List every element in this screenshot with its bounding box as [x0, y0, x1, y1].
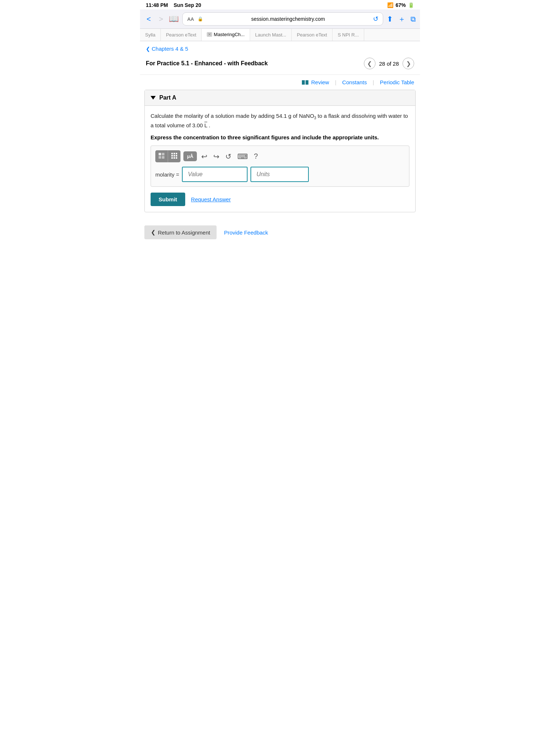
svg-rect-6 — [176, 153, 177, 154]
breadcrumb-label: Chapters 4 & 5 — [152, 46, 188, 52]
answer-box: μÅ ↩ ↪ ↺ ⌨ ? molarity = — [151, 146, 409, 187]
constants-link[interactable]: Constants — [342, 79, 367, 85]
battery-icon: 🔋 — [408, 2, 414, 8]
periodic-table-link[interactable]: Periodic Table — [380, 79, 414, 85]
svg-rect-11 — [174, 157, 175, 159]
value-input[interactable] — [182, 167, 248, 182]
svg-rect-5 — [174, 153, 175, 154]
tab-label: Launch Mast... — [255, 32, 286, 38]
review-icon — [302, 80, 308, 85]
redo-button[interactable]: ↪ — [212, 151, 221, 162]
tab-sylla[interactable]: Sylla — [140, 29, 161, 41]
question-text: Calculate the molarity of a solution mad… — [151, 112, 409, 130]
tab-launch-mast[interactable]: Launch Mast... — [250, 29, 292, 41]
tab-label: S NPI R... — [338, 32, 359, 38]
reload-button[interactable]: ↺ — [373, 15, 378, 23]
prev-problem-button[interactable]: ❮ — [364, 58, 376, 69]
bottom-bar: ❮ Return to Assignment Provide Feedback — [140, 218, 420, 247]
tabs-bar: Sylla Pearson eText ✕ MasteringCh... Lau… — [140, 29, 420, 41]
part-a-section: Part A Calculate the molarity of a solut… — [144, 90, 416, 212]
text-size-label[interactable]: AA — [187, 16, 194, 22]
part-a-header: Part A — [145, 90, 415, 106]
svg-rect-8 — [174, 155, 175, 156]
lock-icon: 🔒 — [198, 16, 203, 22]
svg-rect-7 — [171, 155, 173, 156]
return-arrow-icon: ❮ — [151, 229, 156, 236]
wifi-icon: 📶 — [387, 2, 393, 8]
keyboard-button[interactable]: ⌨ — [236, 151, 249, 162]
request-answer-button[interactable]: Request Answer — [191, 196, 231, 202]
tab-mastering-ch[interactable]: ✕ MasteringCh... — [202, 29, 250, 41]
url-text: session.masteringchemistry.com — [205, 16, 371, 22]
return-label: Return to Assignment — [158, 229, 210, 236]
svg-rect-4 — [171, 153, 173, 154]
toolbar-links: Review | Constants | Periodic Table — [140, 75, 420, 90]
svg-rect-1 — [162, 153, 164, 155]
bookmarks-icon[interactable]: 📖 — [169, 14, 179, 24]
status-bar: 11:48 PM Sun Sep 20 📶 67% 🔋 — [140, 0, 420, 9]
back-button[interactable]: < — [144, 14, 153, 24]
answer-toolbar: μÅ ↩ ↪ ↺ ⌨ ? — [155, 150, 405, 162]
separator-1: | — [335, 79, 337, 85]
tab-close-icon[interactable]: ✕ — [207, 32, 212, 37]
review-label: Review — [311, 79, 329, 85]
fraction-matrix-group — [155, 150, 180, 162]
part-a-body: Calculate the molarity of a solution mad… — [145, 106, 415, 212]
part-a-label: Part A — [159, 94, 176, 101]
svg-rect-3 — [162, 156, 164, 159]
provide-feedback-link[interactable]: Provide Feedback — [224, 229, 268, 236]
problem-counter: 28 of 28 — [379, 61, 399, 67]
svg-rect-12 — [176, 157, 177, 159]
time: 11:48 PM — [146, 2, 168, 8]
instruction-text: Express the concentration to three signi… — [151, 134, 409, 140]
undo-button[interactable]: ↩ — [200, 151, 209, 162]
browser-bar: < > 📖 AA 🔒 session.masteringchemistry.co… — [140, 9, 420, 29]
tab-label: MasteringCh... — [214, 32, 245, 37]
tabs-icon[interactable]: ⧉ — [411, 15, 416, 23]
breadcrumb-arrow-icon: ❮ — [146, 46, 150, 52]
problem-title: For Practice 5.1 - Enhanced - with Feedb… — [146, 60, 268, 67]
tab-label: Pearson eText — [297, 32, 327, 38]
separator-2: | — [373, 79, 374, 85]
action-buttons: Submit Request Answer — [151, 193, 409, 206]
svg-rect-2 — [159, 156, 161, 159]
collapse-icon[interactable] — [151, 96, 156, 100]
reset-button[interactable]: ↺ — [224, 151, 233, 162]
units-input[interactable] — [250, 167, 309, 182]
url-bar[interactable]: AA 🔒 session.masteringchemistry.com ↺ — [182, 12, 383, 26]
return-to-assignment-button[interactable]: ❮ Return to Assignment — [144, 225, 217, 239]
next-problem-button[interactable]: ❯ — [402, 58, 414, 69]
submit-button[interactable]: Submit — [151, 193, 185, 206]
problem-nav: ❮ 28 of 28 ❯ — [364, 58, 414, 69]
svg-rect-9 — [176, 155, 177, 156]
date: Sun Sep 20 — [174, 2, 201, 8]
matrix-button[interactable] — [168, 150, 180, 162]
greek-button[interactable]: μÅ — [183, 151, 197, 161]
tab-label: Sylla — [145, 32, 155, 38]
answer-inputs: molarity = — [155, 167, 405, 182]
tab-pearson-etext-2[interactable]: Pearson eText — [292, 29, 332, 41]
prev-arrow-icon: ❮ — [367, 60, 372, 67]
main-content: ❮ Chapters 4 & 5 For Practice 5.1 - Enha… — [140, 41, 420, 247]
problem-header: For Practice 5.1 - Enhanced - with Feedb… — [140, 55, 420, 75]
svg-rect-10 — [171, 157, 173, 159]
add-tab-icon[interactable]: ＋ — [398, 14, 405, 24]
review-button[interactable]: Review — [302, 79, 329, 85]
help-button[interactable]: ? — [252, 151, 259, 161]
next-arrow-icon: ❯ — [406, 60, 411, 67]
forward-button[interactable]: > — [157, 14, 166, 24]
breadcrumb[interactable]: ❮ Chapters 4 & 5 — [140, 41, 420, 55]
tab-pearson-etext-1[interactable]: Pearson eText — [161, 29, 202, 41]
svg-rect-0 — [159, 153, 161, 155]
fraction-button[interactable] — [155, 150, 168, 162]
tab-npi[interactable]: S NPI R... — [332, 29, 364, 41]
browser-action-icons: ⬆ ＋ ⧉ — [387, 14, 416, 24]
tab-label: Pearson eText — [166, 32, 196, 38]
molarity-label: molarity = — [155, 171, 179, 178]
share-icon[interactable]: ⬆ — [387, 15, 393, 23]
battery-percentage: 67% — [396, 2, 406, 8]
